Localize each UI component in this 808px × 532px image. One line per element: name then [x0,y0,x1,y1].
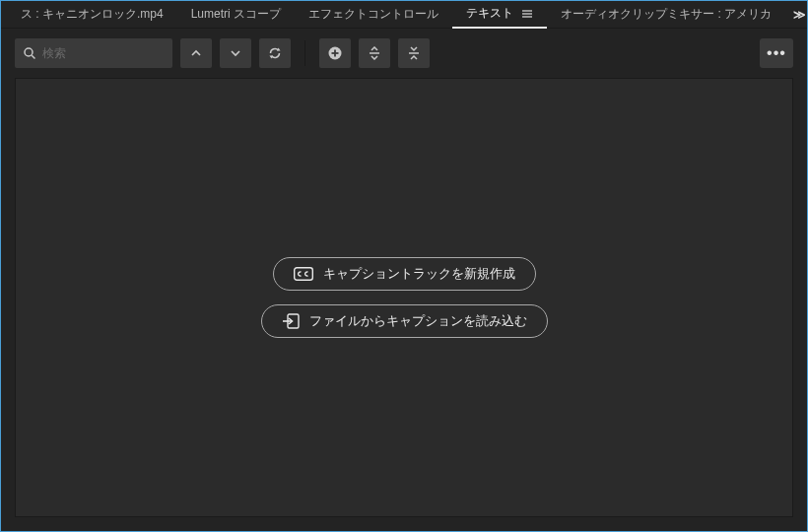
import-caption-file-button[interactable]: ファイルからキャプションを読み込む [261,304,548,338]
svg-rect-12 [294,268,312,281]
tab-source-label: ス : キャニオンロック.mp4 [21,6,164,23]
chevron-up-icon [190,47,202,59]
tab-text[interactable]: テキスト [452,1,547,29]
panel-menu-icon[interactable] [521,9,533,19]
ellipsis-icon: ••• [767,44,786,62]
tab-lumetri-scopes[interactable]: Lumetri スコープ [177,1,295,29]
split-caption-button[interactable] [359,38,390,68]
merge-icon [407,46,421,60]
replace-button[interactable] [259,38,291,68]
merge-caption-button[interactable] [398,38,430,68]
tab-effect-controls[interactable]: エフェクトコントロール [295,1,452,29]
tabs-overflow-button[interactable]: ≫ [785,8,808,22]
cc-icon [294,267,313,281]
create-caption-label: キャプショントラックを新規作成 [323,265,515,283]
tab-text-label: テキスト [466,5,513,22]
tab-source[interactable]: ス : キャニオンロック.mp4 [7,1,177,29]
import-caption-label: ファイルからキャプションを読み込む [309,312,527,330]
tab-audio-clip-mixer[interactable]: オーディオクリップミキサー : アメリカ [547,1,785,29]
add-caption-button[interactable] [319,38,351,68]
chevron-down-icon [230,47,241,59]
refresh-icon [268,46,282,60]
search-box[interactable] [15,38,172,68]
panel-tabs: ス : キャニオンロック.mp4 Lumetri スコープ エフェクトコントロー… [1,1,807,29]
import-icon [282,313,300,329]
tab-effect-label: エフェクトコントロール [308,6,438,23]
svg-line-4 [32,55,34,58]
next-button[interactable] [220,38,251,68]
caption-empty-state: キャプショントラックを新規作成 ファイルからキャプションを読み込む [15,78,793,517]
split-icon [368,46,381,60]
text-panel: ス : キャニオンロック.mp4 Lumetri スコープ エフェクトコントロー… [1,1,807,531]
text-toolbar: ••• [1,29,807,78]
overflow-label: ≫ [793,8,806,22]
more-options-button[interactable]: ••• [760,38,793,68]
svg-point-3 [25,48,33,56]
tab-lumetri-label: Lumetri スコープ [191,6,281,23]
search-input[interactable] [42,46,165,60]
search-icon [23,46,36,60]
tab-audio-label: オーディオクリップミキサー : アメリカ [561,6,772,23]
toolbar-separator [304,40,305,66]
plus-circle-icon [327,45,343,61]
prev-button[interactable] [180,38,212,68]
create-caption-track-button[interactable]: キャプショントラックを新規作成 [273,257,536,291]
